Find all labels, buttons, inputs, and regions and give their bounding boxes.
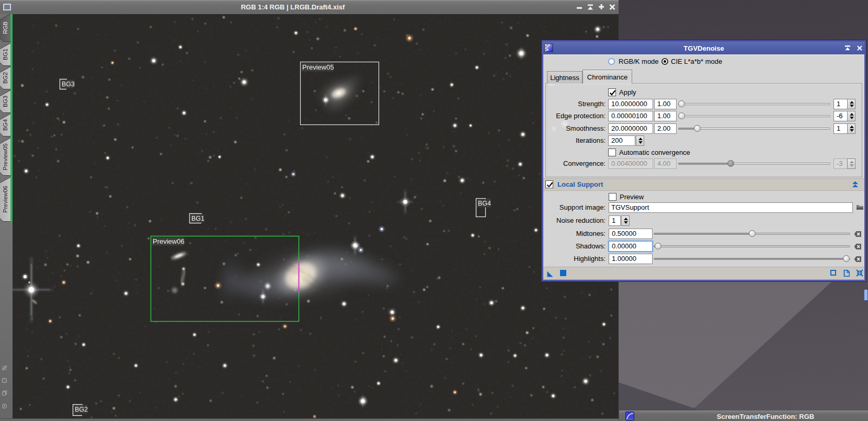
svg-text:BG3: BG3 [62,81,75,88]
svg-text:Preview06: Preview06 [153,237,185,245]
svg-text:BG2: BG2 [75,406,88,413]
svg-text:BG4: BG4 [478,200,491,207]
svg-text:Preview05: Preview05 [302,63,334,71]
svg-text:BG1: BG1 [191,215,204,222]
